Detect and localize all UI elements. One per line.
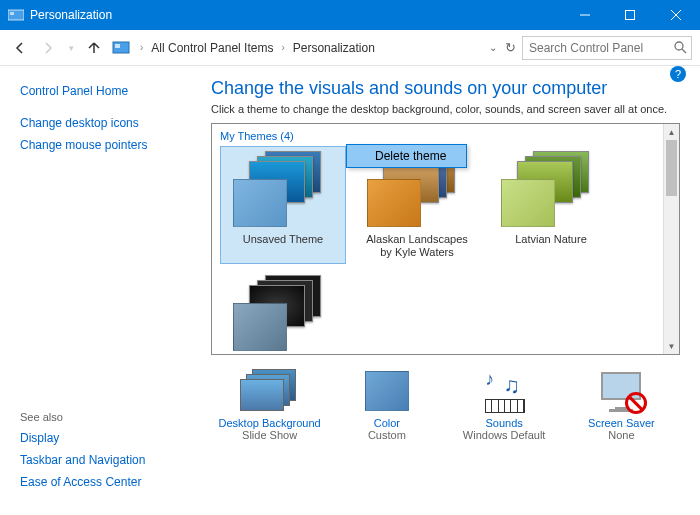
taskbar-navigation-link[interactable]: Taskbar and Navigation [20,449,185,471]
theme-label: Latvian Nature [493,233,609,246]
navbar: ▾ › All Control Panel Items › Personaliz… [0,30,700,66]
setting-value: None [566,429,676,441]
svg-rect-7 [115,44,120,48]
theme-card[interactable]: Unsaved Theme [220,146,346,264]
scroll-thumb[interactable] [666,140,677,196]
theme-thumbnail [225,275,341,353]
page-subtitle: Click a theme to change the desktop back… [211,103,680,115]
main-content: ? Change the visuals and sounds on your … [195,66,700,515]
personalization-icon [8,8,24,22]
setting-label: Color [332,417,442,429]
display-link[interactable]: Display [20,427,185,449]
screensaver-icon [566,367,676,415]
setting-label: Desktop Background [215,417,325,429]
setting-label: Screen Saver [566,417,676,429]
breadcrumb-item[interactable]: Personalization [293,41,375,55]
back-button[interactable] [8,36,32,60]
recent-dropdown[interactable]: ▾ [64,36,78,60]
help-icon[interactable]: ? [670,66,686,82]
setting-value: Slide Show [215,429,325,441]
theme-thumbnail [493,151,609,229]
minimize-button[interactable] [562,0,607,30]
my-themes-label: My Themes (4) [212,124,679,144]
control-panel-home-link[interactable]: Control Panel Home [20,80,185,102]
theme-label: Unsaved Theme [225,233,341,246]
svg-rect-3 [625,11,634,20]
themes-box: My Themes (4) Unsaved Theme [211,123,680,355]
scrollbar[interactable]: ▲ ▼ [663,124,679,354]
forward-button[interactable] [36,36,60,60]
search-icon [673,40,687,58]
delete-theme-menu-item[interactable]: Delete theme [347,145,466,167]
svg-rect-1 [10,12,14,15]
sounds-icon: ♪ ♫ [449,367,559,415]
titlebar: Personalization [0,0,700,30]
maximize-button[interactable] [607,0,652,30]
breadcrumb-item[interactable]: All Control Panel Items [151,41,273,55]
close-button[interactable] [652,0,700,30]
svg-point-8 [675,42,683,50]
page-title: Change the visuals and sounds on your co… [211,78,680,99]
setting-label: Sounds [449,417,559,429]
refresh-button[interactable]: ↻ [503,40,518,55]
setting-value: Windows Default [449,429,559,441]
up-button[interactable] [82,36,106,60]
theme-label: Alaskan Landscapes by Kyle Waters [359,233,475,259]
ease-of-access-link[interactable]: Ease of Access Center [20,471,185,493]
svg-line-9 [682,49,686,53]
sidebar: Control Panel Home Change desktop icons … [0,66,195,515]
change-desktop-icons-link[interactable]: Change desktop icons [20,112,185,134]
scroll-up-arrow[interactable]: ▲ [664,124,679,140]
scroll-down-arrow[interactable]: ▼ [664,338,679,354]
setting-value: Custom [332,429,442,441]
desktop-background-setting[interactable]: Desktop Background Slide Show [215,367,325,441]
address-dropdown[interactable]: ⌄ [487,42,499,53]
theme-card[interactable] [220,270,346,355]
search-input[interactable] [522,36,692,60]
see-also-heading: See also [20,411,185,423]
sounds-setting[interactable]: ♪ ♫ Sounds Windows Default [449,367,559,441]
theme-settings-row: Desktop Background Slide Show Color Cust… [211,367,680,441]
window-title: Personalization [30,8,112,22]
crumb-separator: › [140,42,143,53]
desktop-background-icon [215,367,325,415]
color-icon [332,367,442,415]
theme-thumbnail [225,151,341,229]
change-mouse-pointers-link[interactable]: Change mouse pointers [20,134,185,156]
color-setting[interactable]: Color Custom [332,367,442,441]
control-panel-icon [112,39,130,57]
theme-card[interactable]: Latvian Nature [488,146,614,264]
context-menu: Delete theme [346,144,467,168]
screensaver-setting[interactable]: Screen Saver None [566,367,676,441]
crumb-separator: › [281,42,284,53]
